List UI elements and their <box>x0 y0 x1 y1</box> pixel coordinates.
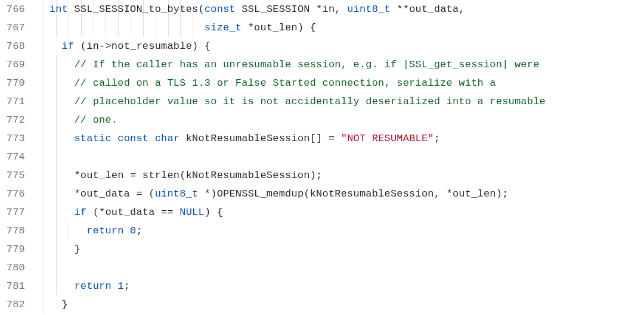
indent-guides <box>37 258 644 277</box>
code-line[interactable]: return 0; <box>37 222 644 240</box>
line-number: 770 <box>0 74 25 92</box>
line-number: 768 <box>0 37 25 55</box>
code-line[interactable]: } <box>37 295 644 314</box>
code-text: // If the caller has an unresumable sess… <box>37 59 540 70</box>
line-number: 779 <box>0 240 25 258</box>
code-line[interactable]: return 1; <box>37 277 644 295</box>
line-number: 771 <box>0 92 25 111</box>
code-text: static const char kNotResumableSession[]… <box>37 133 440 144</box>
code-text: size_t *out_len) { <box>37 22 316 33</box>
code-text: return 0; <box>37 225 143 236</box>
code-text <box>37 262 43 273</box>
code-text: if (*out_data == NULL) { <box>37 207 223 218</box>
indent-guides <box>37 240 644 258</box>
code-line[interactable]: int SSL_SESSION_to_bytes(const SSL_SESSI… <box>37 0 644 18</box>
indent-guides <box>37 148 644 166</box>
line-number: 767 <box>0 18 25 37</box>
line-number: 772 <box>0 111 25 129</box>
indent-guides <box>37 295 644 314</box>
line-number: 775 <box>0 166 25 185</box>
line-number: 777 <box>0 203 25 222</box>
code-line[interactable]: if (*out_data == NULL) { <box>37 203 644 222</box>
line-number: 776 <box>0 185 25 203</box>
code-area[interactable]: int SSL_SESSION_to_bytes(const SSL_SESSI… <box>33 0 644 315</box>
code-text: if (in->not_resumable) { <box>37 40 210 52</box>
code-line[interactable]: *out_data = (uint8_t *)OPENSSL_memdup(kN… <box>37 185 644 203</box>
code-text: } <box>37 299 68 310</box>
code-text <box>37 151 43 163</box>
code-line[interactable]: // If the caller has an unresumable sess… <box>37 55 644 74</box>
code-line[interactable]: // one. <box>37 111 644 129</box>
line-number: 774 <box>0 148 25 166</box>
line-number: 782 <box>0 295 25 314</box>
code-line[interactable]: static const char kNotResumableSession[]… <box>37 129 644 148</box>
code-line[interactable]: } <box>37 240 644 258</box>
line-number: 773 <box>0 129 25 148</box>
code-line[interactable] <box>37 258 644 277</box>
line-number: 780 <box>0 258 25 277</box>
code-text: int SSL_SESSION_to_bytes(const SSL_SESSI… <box>37 4 465 15</box>
code-text: return 1; <box>37 280 130 292</box>
code-text: *out_len = strlen(kNotResumableSession); <box>37 170 322 181</box>
line-number: 778 <box>0 222 25 240</box>
indent-guides <box>37 111 644 129</box>
code-line[interactable]: *out_len = strlen(kNotResumableSession); <box>37 166 644 185</box>
code-line[interactable] <box>37 148 644 166</box>
code-line[interactable]: size_t *out_len) { <box>37 18 644 37</box>
code-line[interactable]: // called on a TLS 1.3 or False Started … <box>37 74 644 92</box>
code-text: // placeholder value so it is not accide… <box>37 96 546 107</box>
code-text: *out_data = (uint8_t *)OPENSSL_memdup(kN… <box>37 188 509 199</box>
code-text: // called on a TLS 1.3 or False Started … <box>37 77 496 89</box>
code-text: } <box>37 244 80 255</box>
line-number: 781 <box>0 277 25 295</box>
line-number-gutter: 7667677687697707717727737747757767777787… <box>0 0 33 315</box>
line-number: 766 <box>0 0 25 18</box>
code-line[interactable]: if (in->not_resumable) { <box>37 37 644 55</box>
code-text: // one. <box>37 114 117 126</box>
line-number: 769 <box>0 55 25 74</box>
code-line[interactable]: // placeholder value so it is not accide… <box>37 92 644 111</box>
